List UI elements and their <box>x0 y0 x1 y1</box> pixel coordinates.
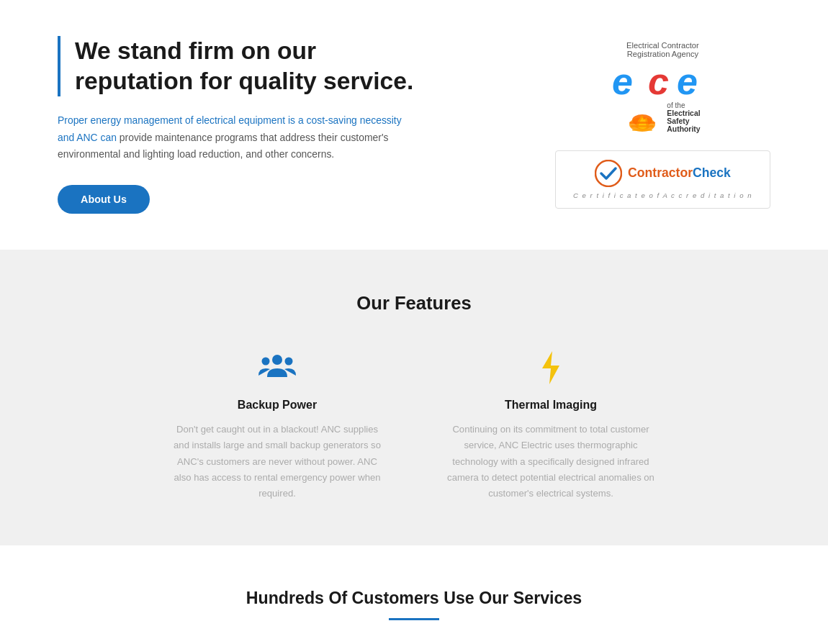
svg-rect-6 <box>631 125 654 127</box>
ece-letter-c: c <box>648 61 677 99</box>
hero-description: Proper energy management of electrical e… <box>58 112 410 163</box>
svg-point-9 <box>272 355 282 365</box>
svg-text:e: e <box>677 61 698 99</box>
customers-inner: Hundreds Of Customers Use Our Services S… <box>29 589 799 645</box>
features-title: Our Features <box>54 293 774 314</box>
ece-letter-e2: e <box>677 61 714 99</box>
esa-flame-icon <box>625 100 660 135</box>
hero-heading-border: We stand firm on our reputation for qual… <box>58 36 413 96</box>
ece-top-text: Electrical Contractor Registration Agenc… <box>611 41 714 58</box>
cc-brand-text: ContractorCheck <box>628 165 731 181</box>
ece-middle-row: of the Electrical Safety Authority <box>611 100 714 135</box>
features-section: Our Features Backup Power Don't <box>0 250 828 545</box>
cc-checkmark-icon <box>595 160 622 187</box>
hero-left: We stand firm on our reputation for qual… <box>58 36 413 214</box>
svg-rect-5 <box>629 122 655 124</box>
customers-divider <box>389 618 439 620</box>
ece-graphic-row: e c e <box>611 61 714 99</box>
ece-letters-group: e c e <box>611 61 714 99</box>
esa-text-block: of the Electrical Safety Authority <box>667 101 700 133</box>
backup-power-desc: Don't get caught out in a blackout! ANC … <box>169 422 385 502</box>
svg-point-10 <box>262 357 270 365</box>
features-grid: Backup Power Don't get caught out in a b… <box>54 350 774 502</box>
about-us-button[interactable]: About Us <box>58 185 150 214</box>
svg-rect-7 <box>632 129 652 131</box>
cc-cert-text: C e r t i f i c a t e o f A c c r e d i … <box>573 191 752 199</box>
contractor-check-badge: ContractorCheck C e r t i f i c a t e o … <box>555 150 770 209</box>
svg-point-8 <box>595 160 621 186</box>
backup-power-title: Backup Power <box>169 399 385 412</box>
hero-heading: We stand firm on our reputation for qual… <box>75 36 413 96</box>
svg-text:c: c <box>648 61 669 99</box>
svg-marker-12 <box>542 351 559 384</box>
hero-right-logos: Electrical Contractor Registration Agenc… <box>555 41 770 209</box>
features-inner: Our Features Backup Power Don't <box>54 293 774 502</box>
ece-letter-e1: e <box>611 61 648 99</box>
thermal-imaging-desc: Continuing on its commitment to total cu… <box>443 422 659 502</box>
hero-section: We stand firm on our reputation for qual… <box>0 0 828 250</box>
svg-text:e: e <box>612 61 633 99</box>
customers-section: Hundreds Of Customers Use Our Services S… <box>0 545 828 645</box>
ece-logo: Electrical Contractor Registration Agenc… <box>611 41 714 135</box>
feature-backup-power: Backup Power Don't get caught out in a b… <box>169 350 385 502</box>
feature-thermal-imaging: Thermal Imaging Continuing on its commit… <box>443 350 659 502</box>
thermal-imaging-title: Thermal Imaging <box>443 399 659 412</box>
backup-power-icon <box>169 350 385 389</box>
customers-title: Hundreds Of Customers Use Our Services <box>29 589 799 608</box>
svg-point-11 <box>285 357 293 365</box>
cc-check: Check <box>693 165 731 180</box>
cc-logo-row: ContractorCheck <box>573 160 752 187</box>
thermal-icon <box>443 350 659 389</box>
cc-contractor: Contractor <box>628 165 693 180</box>
